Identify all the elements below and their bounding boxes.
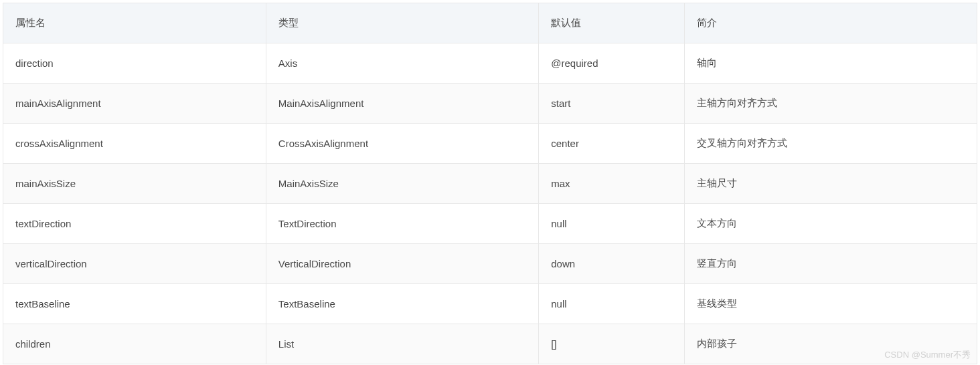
cell-property-name: textBaseline [3, 284, 266, 324]
header-type: 类型 [266, 3, 538, 43]
cell-description: 主轴尺寸 [685, 164, 977, 204]
cell-default-value: center [539, 124, 685, 164]
table-row: direction Axis @required 轴向 [3, 43, 977, 84]
cell-default-value: start [539, 84, 685, 124]
cell-property-name: mainAxisAlignment [3, 84, 266, 124]
cell-default-value: null [539, 204, 685, 244]
table-row: verticalDirection VerticalDirection down… [3, 244, 977, 284]
cell-property-name: verticalDirection [3, 244, 266, 284]
cell-type: VerticalDirection [266, 244, 538, 284]
cell-default-value: down [539, 244, 685, 284]
properties-table: 属性名 类型 默认值 简介 direction Axis @required 轴… [3, 3, 977, 364]
header-property-name: 属性名 [3, 3, 266, 43]
cell-default-value: @required [539, 43, 685, 84]
table-body: direction Axis @required 轴向 mainAxisAlig… [3, 43, 977, 364]
table-row: textBaseline TextBaseline null 基线类型 [3, 284, 977, 324]
cell-property-name: children [3, 324, 266, 364]
table-row: children List [] 内部孩子 [3, 324, 977, 364]
cell-description: 主轴方向对齐方式 [685, 84, 977, 124]
cell-type: CrossAxisAlignment [266, 124, 538, 164]
cell-type: MainAxisAlignment [266, 84, 538, 124]
table-header-row: 属性名 类型 默认值 简介 [3, 3, 977, 43]
header-description: 简介 [685, 3, 977, 43]
cell-type: List [266, 324, 538, 364]
cell-description: 竖直方向 [685, 244, 977, 284]
table-row: crossAxisAlignment CrossAxisAlignment ce… [3, 124, 977, 164]
cell-type: TextBaseline [266, 284, 538, 324]
cell-property-name: crossAxisAlignment [3, 124, 266, 164]
cell-description: 文本方向 [685, 204, 977, 244]
cell-property-name: direction [3, 43, 266, 84]
header-default-value: 默认值 [539, 3, 685, 43]
cell-default-value: null [539, 284, 685, 324]
cell-type: TextDirection [266, 204, 538, 244]
table-row: mainAxisAlignment MainAxisAlignment star… [3, 84, 977, 124]
table-row: textDirection TextDirection null 文本方向 [3, 204, 977, 244]
cell-type: Axis [266, 43, 538, 84]
cell-default-value: [] [539, 324, 685, 364]
cell-description: 基线类型 [685, 284, 977, 324]
cell-property-name: mainAxisSize [3, 164, 266, 204]
cell-description: 内部孩子 [685, 324, 977, 364]
cell-description: 轴向 [685, 43, 977, 84]
table-row: mainAxisSize MainAxisSize max 主轴尺寸 [3, 164, 977, 204]
cell-property-name: textDirection [3, 204, 266, 244]
cell-description: 交叉轴方向对齐方式 [685, 124, 977, 164]
cell-default-value: max [539, 164, 685, 204]
cell-type: MainAxisSize [266, 164, 538, 204]
